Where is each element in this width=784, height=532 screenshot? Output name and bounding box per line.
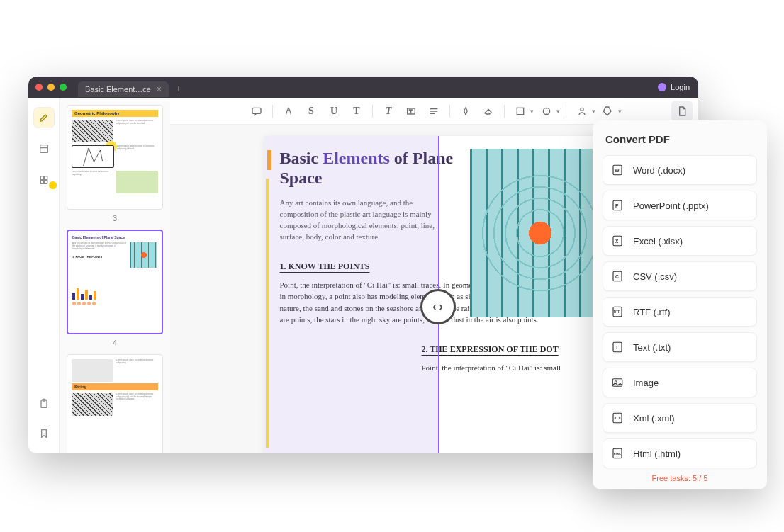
- thumb5-text1: Lorem ipsum dolor sit amet consectetur a…: [116, 359, 158, 380]
- left-rail: [28, 98, 60, 453]
- html-file-icon: HTML: [610, 446, 625, 460]
- thumb3-text1: Lorem ipsum dolor sit amet consectetur a…: [116, 120, 158, 142]
- svg-text:P: P: [615, 203, 619, 208]
- chevron-right-icon: ›: [439, 300, 443, 313]
- powerpoint-file-icon: P: [610, 198, 625, 213]
- svg-rect-8: [252, 108, 261, 113]
- titlebar: Basic Element…ce × + Login: [28, 77, 698, 98]
- login-button[interactable]: Login: [671, 83, 690, 91]
- format-label: RTF (.rtf): [633, 307, 670, 317]
- format-label: Image: [633, 378, 659, 388]
- close-tab-icon[interactable]: ×: [157, 84, 162, 94]
- svg-rect-14: [517, 108, 523, 114]
- chevron-down-icon[interactable]: ▾: [556, 108, 560, 115]
- clipboard-icon[interactable]: [34, 394, 54, 414]
- page-title: Basic Elements of Plane Space: [280, 149, 464, 188]
- textbox-icon[interactable]: T: [401, 101, 421, 121]
- highlight-icon[interactable]: [279, 101, 298, 121]
- thumb5-art2: [72, 393, 113, 416]
- thumb3-banner: Geometric Philosophy: [72, 110, 158, 117]
- thumb3-art3: [116, 171, 158, 193]
- convert-panel-title: Convert PDF: [603, 133, 757, 145]
- maximize-window-button[interactable]: [60, 84, 67, 91]
- convert-text-button[interactable]: T Text (.txt): [603, 332, 757, 362]
- svg-point-16: [581, 108, 583, 111]
- tab-label: Basic Element…ce: [85, 85, 151, 94]
- convert-html-button[interactable]: HTML Html (.html): [603, 438, 757, 468]
- underline-icon[interactable]: U: [324, 101, 344, 121]
- compare-handle[interactable]: ‹ ›: [420, 289, 456, 324]
- format-label: Word (.docx): [633, 165, 685, 176]
- text-style-icon[interactable]: T: [379, 101, 398, 121]
- fill-color-icon[interactable]: [598, 101, 618, 121]
- decor-stripe: [266, 179, 269, 448]
- page-hero-image: [470, 149, 610, 317]
- thumb3-text3: Lorem ipsum dolor sit amet consectetur a…: [72, 171, 113, 193]
- page-accent: [267, 150, 271, 170]
- comment-icon[interactable]: [247, 101, 267, 121]
- convert-excel-button[interactable]: X Excel (.xlsx): [603, 226, 757, 256]
- svg-text:HTML: HTML: [614, 453, 622, 455]
- window-controls: [35, 84, 67, 91]
- format-label: Html (.html): [633, 448, 681, 459]
- close-window-button[interactable]: [35, 84, 43, 91]
- eraser-icon[interactable]: [478, 101, 498, 121]
- text-tool-icon[interactable]: T: [347, 101, 366, 121]
- thumbnail-page-3[interactable]: Geometric Philosophy Lorem ipsum dolor s…: [67, 105, 163, 210]
- svg-text:T: T: [409, 108, 412, 113]
- align-icon[interactable]: [424, 101, 444, 121]
- active-tool-indicator: [47, 180, 58, 191]
- svg-rect-3: [44, 176, 47, 180]
- thumb4-bars: [72, 285, 157, 300]
- thumb3-art1: [72, 120, 113, 142]
- format-label: Text (.txt): [633, 342, 671, 353]
- convert-image-button[interactable]: Image: [603, 368, 757, 397]
- page-layout-icon[interactable]: [34, 139, 54, 159]
- format-label: PowerPoint (.pptx): [633, 200, 709, 211]
- svg-rect-5: [44, 181, 47, 184]
- free-tasks-label: Free tasks: 5 / 5: [603, 474, 757, 482]
- bookmark-icon[interactable]: [34, 424, 54, 443]
- thumb4-number: 4: [67, 339, 163, 347]
- rtf-file-icon: RTF: [610, 305, 625, 319]
- convert-panel-toggle[interactable]: [671, 101, 693, 122]
- intro-paragraph: Any art contains its own language, and t…: [280, 198, 443, 243]
- thumbnail-page-4[interactable]: Basic Elements of Plane Space Any art co…: [67, 230, 163, 334]
- convert-powerpoint-button[interactable]: P PowerPoint (.pptx): [603, 191, 757, 220]
- convert-rtf-button[interactable]: RTF RTF (.rtf): [603, 297, 757, 327]
- chevron-down-icon[interactable]: ▾: [530, 108, 534, 115]
- section-2-paragraph: Point, the interpretation of "Ci Hai" is…: [422, 362, 589, 374]
- convert-word-button[interactable]: W Word (.docx): [603, 155, 757, 185]
- section-heading-2: 2. THE EXPRESSION OF THE DOT: [422, 344, 589, 355]
- convert-xml-button[interactable]: Xml (.xml): [603, 403, 757, 433]
- shape-icon[interactable]: [510, 101, 530, 121]
- strikethrough-icon[interactable]: S: [301, 101, 321, 121]
- text-file-icon: T: [610, 340, 625, 354]
- stamp-icon[interactable]: [537, 101, 556, 121]
- document-tab[interactable]: Basic Element…ce ×: [78, 81, 169, 97]
- csv-file-icon: C: [610, 269, 625, 283]
- svg-text:RTF: RTF: [614, 310, 620, 314]
- svg-rect-0: [40, 145, 47, 153]
- thumbnail-page-5[interactable]: Lorem ipsum dolor sit amet consectetur a…: [67, 354, 163, 453]
- signature-icon[interactable]: [572, 101, 592, 121]
- highlighter-tool-icon[interactable]: [34, 108, 54, 128]
- chevron-down-icon[interactable]: ▾: [592, 108, 595, 115]
- minimize-window-button[interactable]: [47, 84, 55, 91]
- thumb3-text2: Lorem ipsum dolor sit amet consectetur a…: [117, 145, 158, 168]
- xml-file-icon: [610, 411, 625, 425]
- word-file-icon: W: [610, 163, 625, 177]
- thumb4-dots: [72, 302, 157, 305]
- svg-text:W: W: [615, 168, 620, 173]
- svg-rect-4: [40, 181, 43, 184]
- avatar: [658, 83, 666, 91]
- convert-pdf-panel: Convert PDF W Word (.docx) P PowerPoint …: [593, 120, 767, 489]
- new-tab-button[interactable]: +: [176, 83, 181, 94]
- thumb4-image: [130, 242, 157, 268]
- chevron-down-icon[interactable]: ▾: [618, 108, 622, 115]
- excel-file-icon: X: [610, 234, 625, 248]
- pen-icon[interactable]: [456, 101, 476, 121]
- thumb5-banner: String: [72, 383, 158, 390]
- convert-csv-button[interactable]: C CSV (.csv): [603, 261, 757, 291]
- thumb4-title: Basic Elements of Plane Space: [72, 235, 157, 239]
